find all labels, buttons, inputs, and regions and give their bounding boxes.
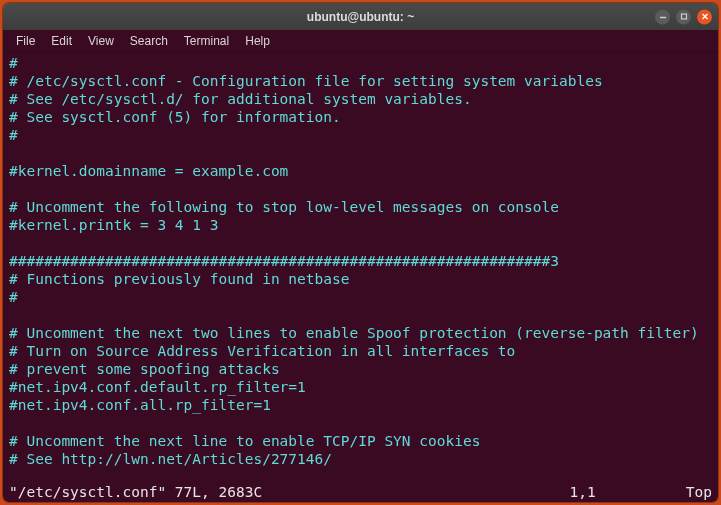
menubar: File Edit View Search Terminal Help: [3, 30, 718, 52]
terminal-line: ########################################…: [9, 252, 712, 270]
status-scroll-position: Top: [686, 484, 712, 500]
close-button[interactable]: [697, 9, 712, 24]
status-cursor-position: 1,1: [570, 484, 686, 500]
terminal-line: # /etc/sysctl.conf - Configuration file …: [9, 72, 712, 90]
window-controls: [655, 9, 712, 24]
terminal-line: #net.ipv4.conf.all.rp_filter=1: [9, 396, 712, 414]
menu-terminal[interactable]: Terminal: [177, 32, 236, 50]
terminal-line: [9, 180, 712, 198]
terminal-line: # See sysctl.conf (5) for information.: [9, 108, 712, 126]
terminal-line: # Uncomment the following to stop low-le…: [9, 198, 712, 216]
terminal-window: ubuntu@ubuntu: ~ File Edit View Search T…: [3, 3, 718, 502]
terminal-line: #kernel.printk = 3 4 1 3: [9, 216, 712, 234]
terminal-line: #kernel.domainname = example.com: [9, 162, 712, 180]
menu-search[interactable]: Search: [123, 32, 175, 50]
menu-file[interactable]: File: [9, 32, 42, 50]
terminal-line: [9, 144, 712, 162]
titlebar[interactable]: ubuntu@ubuntu: ~: [3, 3, 718, 30]
terminal-line: #: [9, 54, 712, 72]
terminal-line: # See /etc/sysctl.d/ for additional syst…: [9, 90, 712, 108]
terminal-line: # Turn on Source Address Verification in…: [9, 342, 712, 360]
terminal-line: [9, 306, 712, 324]
minimize-button[interactable]: [655, 9, 670, 24]
terminal-line: # See http://lwn.net/Articles/277146/: [9, 450, 712, 468]
menu-view[interactable]: View: [81, 32, 121, 50]
vim-statusbar: "/etc/sysctl.conf" 77L, 2683C 1,1 Top: [3, 484, 718, 502]
terminal-line: # prevent some spoofing attacks: [9, 360, 712, 378]
window-title: ubuntu@ubuntu: ~: [307, 10, 414, 24]
terminal-line: # Uncomment the next line to enable TCP/…: [9, 432, 712, 450]
status-file-info: "/etc/sysctl.conf" 77L, 2683C: [9, 484, 262, 500]
menu-edit[interactable]: Edit: [44, 32, 79, 50]
terminal-body[interactable]: ## /etc/sysctl.conf - Configuration file…: [3, 52, 718, 484]
terminal-line: # Functions previously found in netbase: [9, 270, 712, 288]
terminal-line: [9, 414, 712, 432]
terminal-line: [9, 234, 712, 252]
terminal-line: #: [9, 126, 712, 144]
terminal-line: #: [9, 288, 712, 306]
maximize-button[interactable]: [676, 9, 691, 24]
menu-help[interactable]: Help: [238, 32, 277, 50]
terminal-line: # Uncomment the next two lines to enable…: [9, 324, 712, 342]
svg-rect-1: [681, 14, 686, 19]
terminal-line: #net.ipv4.conf.default.rp_filter=1: [9, 378, 712, 396]
